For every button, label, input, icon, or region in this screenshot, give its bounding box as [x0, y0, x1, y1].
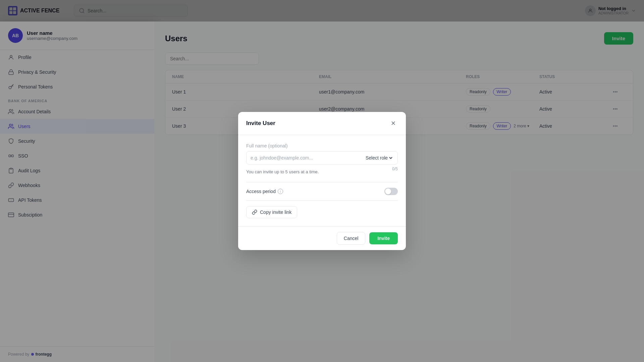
info-icon[interactable]: i — [278, 189, 283, 194]
field-label-text: Full name (optional) — [246, 143, 288, 148]
modal-footer: Cancel Invite — [238, 226, 406, 250]
divider-2 — [246, 200, 398, 201]
invite-hint: You can invite up to 5 users at a time. — [246, 169, 319, 174]
role-select[interactable]: Select role Admin Writer Readonly — [364, 155, 393, 161]
access-period-label: Access period i — [246, 189, 283, 194]
modal-backdrop: Invite User ✕ Full name (optional) Selec… — [0, 0, 644, 362]
modal-invite-button[interactable]: Invite — [369, 232, 398, 244]
form-label: Full name (optional) — [246, 143, 398, 148]
invite-count: 0/5 — [392, 167, 398, 171]
email-input[interactable] — [251, 152, 364, 164]
invite-user-modal: Invite User ✕ Full name (optional) Selec… — [238, 112, 406, 250]
copy-invite-label: Copy invite link — [260, 209, 291, 215]
modal-close-button[interactable]: ✕ — [388, 119, 398, 128]
email-input-row: Select role Admin Writer Readonly — [246, 151, 398, 165]
copy-invite-button[interactable]: Copy invite link — [246, 206, 297, 218]
cancel-button[interactable]: Cancel — [337, 232, 366, 245]
access-period-toggle[interactable] — [384, 188, 398, 195]
toggle-knob — [385, 188, 391, 194]
modal-header: Invite User ✕ — [238, 112, 406, 135]
modal-body: Full name (optional) Select role Admin W… — [238, 135, 406, 226]
access-period-row: Access period i — [246, 188, 398, 195]
modal-title: Invite User — [246, 120, 275, 127]
divider-1 — [246, 182, 398, 182]
access-period-text: Access period — [246, 189, 276, 194]
link-icon — [252, 209, 257, 215]
